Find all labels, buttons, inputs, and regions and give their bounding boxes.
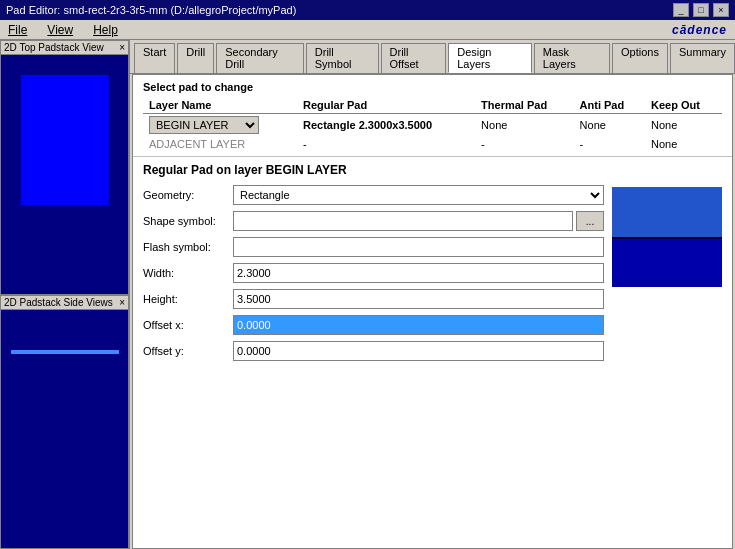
tab-secondary-drill[interactable]: Secondary Drill	[216, 43, 304, 73]
maximize-button[interactable]: □	[693, 3, 709, 17]
shape-symbol-input[interactable]	[233, 211, 573, 231]
top-view-canvas	[1, 55, 128, 294]
col-layer-name: Layer Name	[143, 97, 297, 114]
width-label: Width:	[143, 267, 233, 279]
offset-y-row: Offset y:	[143, 341, 604, 361]
side-view-close-icon[interactable]: ×	[119, 297, 125, 308]
side-view-canvas	[1, 310, 128, 549]
col-anti-pad: Anti Pad	[574, 97, 645, 114]
shape-symbol-label: Shape symbol:	[143, 215, 233, 227]
row1-keep-out: None	[645, 114, 722, 137]
right-panel: Start Drill Secondary Drill Drill Symbol…	[130, 40, 735, 549]
top-view-close-icon[interactable]: ×	[119, 42, 125, 53]
col-keep-out: Keep Out	[645, 97, 722, 114]
tab-mask-layers[interactable]: Mask Layers	[534, 43, 610, 73]
col-regular-pad: Regular Pad	[297, 97, 475, 114]
tab-drill[interactable]: Drill	[177, 43, 214, 73]
row2-layer: ADJACENT LAYER	[143, 136, 297, 152]
top-padstack-view-container: 2D Top Padstack View ×	[0, 40, 129, 295]
geometry-select[interactable]: Rectangle Circle Square Oblong Octagon S…	[233, 185, 604, 205]
close-button[interactable]: ×	[713, 3, 729, 17]
preview-bottom-rect	[612, 237, 722, 287]
offset-y-input[interactable]	[233, 341, 604, 361]
geometry-row: Geometry: Rectangle Circle Square Oblong…	[143, 185, 604, 205]
tab-drill-offset[interactable]: Drill Offset	[381, 43, 447, 73]
pad-table: Layer Name Regular Pad Thermal Pad Anti …	[143, 97, 722, 152]
height-label: Height:	[143, 293, 233, 305]
row1-regular-pad: Rectangle 2.3000x3.5000	[297, 114, 475, 137]
cadence-logo: cādence	[668, 23, 731, 37]
row2-thermal-pad: -	[475, 136, 574, 152]
preview-divider	[612, 237, 722, 239]
side-padstack-view-container: 2D Padstack Side Views ×	[0, 295, 129, 550]
row2-anti-pad: -	[574, 136, 645, 152]
row2-regular-pad: -	[297, 136, 475, 152]
tab-options[interactable]: Options	[612, 43, 668, 73]
reg-pad-section: Regular Pad on layer BEGIN LAYER Geometr…	[133, 157, 732, 548]
content-area: Select pad to change Layer Name Regular …	[132, 74, 733, 549]
offset-y-label: Offset y:	[143, 345, 233, 357]
window-controls: _ □ ×	[673, 3, 729, 17]
reg-pad-heading: Regular Pad on layer BEGIN LAYER	[143, 163, 604, 177]
shape-symbol-row: Shape symbol: ...	[143, 211, 604, 231]
menu-help[interactable]: Help	[89, 23, 122, 37]
tab-design-layers[interactable]: Design Layers	[448, 43, 532, 73]
select-pad-section: Select pad to change Layer Name Regular …	[133, 75, 732, 157]
preview-panel	[612, 163, 722, 542]
table-row: ADJACENT LAYER - - - None	[143, 136, 722, 152]
menubar: File View Help cādence	[0, 20, 735, 40]
flash-symbol-input[interactable]	[233, 237, 604, 257]
reg-pad-form: Regular Pad on layer BEGIN LAYER Geometr…	[143, 163, 604, 542]
titlebar: Pad Editor: smd-rect-2r3-3r5-mm (D:/alle…	[0, 0, 735, 20]
tab-start[interactable]: Start	[134, 43, 175, 73]
row1-layer: BEGIN LAYER ADJACENT LAYER DEFAULT INTER…	[143, 114, 297, 137]
select-pad-heading: Select pad to change	[143, 81, 722, 93]
tabs-container: Start Drill Secondary Drill Drill Symbol…	[130, 40, 735, 74]
offset-x-label: Offset x:	[143, 319, 233, 331]
top-view-title-bar: 2D Top Padstack View ×	[1, 41, 128, 55]
row1-thermal-pad: None	[475, 114, 574, 137]
shape-symbol-browse-button[interactable]: ...	[576, 211, 604, 231]
height-input[interactable]	[233, 289, 604, 309]
flash-symbol-row: Flash symbol:	[143, 237, 604, 257]
row2-keep-out: None	[645, 136, 722, 152]
tab-summary[interactable]: Summary	[670, 43, 735, 73]
main-layout: 2D Top Padstack View × 2D Padstack Side …	[0, 40, 735, 549]
geometry-label: Geometry:	[143, 189, 233, 201]
side-view-line	[11, 350, 119, 354]
offset-x-input[interactable]	[233, 315, 604, 335]
tab-drill-symbol[interactable]: Drill Symbol	[306, 43, 379, 73]
minimize-button[interactable]: _	[673, 3, 689, 17]
preview-top-rect	[612, 187, 722, 237]
window-title: Pad Editor: smd-rect-2r3-3r5-mm (D:/alle…	[6, 4, 296, 16]
col-thermal-pad: Thermal Pad	[475, 97, 574, 114]
layer-name-select[interactable]: BEGIN LAYER ADJACENT LAYER DEFAULT INTER…	[149, 116, 259, 134]
left-panel: 2D Top Padstack View × 2D Padstack Side …	[0, 40, 130, 549]
table-row: BEGIN LAYER ADJACENT LAYER DEFAULT INTER…	[143, 114, 722, 137]
height-row: Height:	[143, 289, 604, 309]
preview-box	[612, 187, 722, 287]
side-view-title-bar: 2D Padstack Side Views ×	[1, 296, 128, 310]
offset-x-row: Offset x:	[143, 315, 604, 335]
menu-view[interactable]: View	[43, 23, 77, 37]
menu-file[interactable]: File	[4, 23, 31, 37]
side-view-title: 2D Padstack Side Views	[4, 297, 113, 308]
top-view-pad-rect	[21, 75, 109, 205]
top-view-title: 2D Top Padstack View	[4, 42, 104, 53]
width-row: Width:	[143, 263, 604, 283]
row1-anti-pad: None	[574, 114, 645, 137]
width-input[interactable]	[233, 263, 604, 283]
flash-symbol-label: Flash symbol:	[143, 241, 233, 253]
